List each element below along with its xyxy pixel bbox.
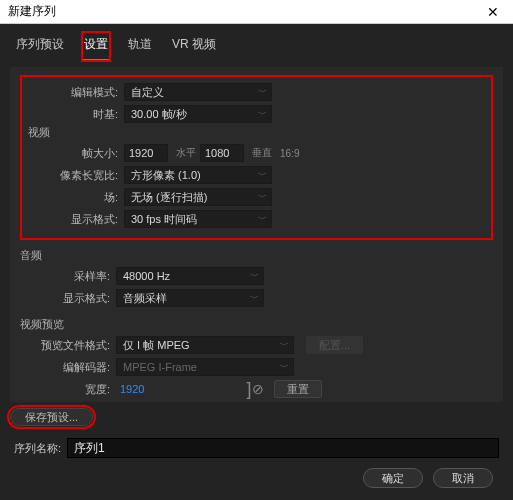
frame-size-label: 帧大小: xyxy=(28,146,124,161)
sample-rate-select[interactable]: 48000 Hz﹀ xyxy=(116,267,264,285)
horiz-label: 水平 xyxy=(176,146,196,160)
tab-bar: 序列预设 设置 轨道 VR 视频 xyxy=(6,24,507,61)
video-section-title: 视频 xyxy=(28,125,485,140)
chevron-down-icon: ﹀ xyxy=(258,108,267,121)
save-preset-button[interactable]: 保存预设... xyxy=(10,408,93,426)
tab-tracks[interactable]: 轨道 xyxy=(126,32,154,61)
chevron-down-icon: ﹀ xyxy=(250,270,259,283)
cancel-button[interactable]: 取消 xyxy=(433,468,493,488)
chevron-down-icon: ﹀ xyxy=(250,292,259,305)
vert-label: 垂直 xyxy=(252,146,272,160)
chevron-down-icon: ﹀ xyxy=(258,86,267,99)
codec-label: 编解码器: xyxy=(20,360,116,375)
config-button: 配置... xyxy=(306,336,363,354)
par-label: 像素长宽比: xyxy=(28,168,124,183)
audio-disp-fmt-select[interactable]: 音频采样﹀ xyxy=(116,289,264,307)
preview-width-value[interactable]: 1920 xyxy=(116,383,148,395)
chevron-down-icon: ﹀ xyxy=(258,191,267,204)
preview-width-label: 宽度: xyxy=(20,382,116,397)
edit-mode-select[interactable]: 自定义﹀ xyxy=(124,83,272,101)
fields-select[interactable]: 无场 (逐行扫描)﹀ xyxy=(124,188,272,206)
close-icon[interactable]: ✕ xyxy=(481,4,505,20)
par-select[interactable]: 方形像素 (1.0)﹀ xyxy=(124,166,272,184)
video-highlight-box: 编辑模式: 自定义﹀ 时基: 30.00 帧/秒﹀ 视频 帧大小: 1920 水… xyxy=(20,75,493,240)
tab-settings[interactable]: 设置 xyxy=(82,32,110,61)
frame-height-input[interactable]: 1080 xyxy=(200,144,244,162)
video-disp-fmt-select[interactable]: 30 fps 时间码﹀ xyxy=(124,210,272,228)
chevron-down-icon: ﹀ xyxy=(258,169,267,182)
codec-select: MPEG I-Frame﹀ xyxy=(116,358,294,376)
edit-mode-label: 编辑模式: xyxy=(28,85,124,100)
preview-section-title: 视频预览 xyxy=(20,317,493,332)
reset-button[interactable]: 重置 xyxy=(274,380,322,398)
tab-vr[interactable]: VR 视频 xyxy=(170,32,218,61)
video-disp-fmt-label: 显示格式: xyxy=(28,212,124,227)
frame-width-input[interactable]: 1920 xyxy=(124,144,168,162)
seq-name-input[interactable] xyxy=(67,438,499,458)
preview-fmt-label: 预览文件格式: xyxy=(20,338,116,353)
link-icon[interactable]: ⊘ xyxy=(252,381,264,397)
tab-presets[interactable]: 序列预设 xyxy=(14,32,66,61)
ok-button[interactable]: 确定 xyxy=(363,468,423,488)
fields-label: 场: xyxy=(28,190,124,205)
timebase-label: 时基: xyxy=(28,107,124,122)
timebase-select[interactable]: 30.00 帧/秒﹀ xyxy=(124,105,272,123)
chevron-down-icon: ﹀ xyxy=(280,339,289,352)
chevron-down-icon: ﹀ xyxy=(258,213,267,226)
chevron-down-icon: ﹀ xyxy=(280,361,289,374)
sample-rate-label: 采样率: xyxy=(20,269,116,284)
audio-disp-fmt-label: 显示格式: xyxy=(20,291,116,306)
seq-name-label: 序列名称: xyxy=(14,441,61,456)
preview-fmt-select[interactable]: 仅 I 帧 MPEG﹀ xyxy=(116,336,294,354)
aspect-label: 16:9 xyxy=(280,148,299,159)
audio-section-title: 音频 xyxy=(20,248,493,263)
dialog-title: 新建序列 xyxy=(8,3,56,20)
